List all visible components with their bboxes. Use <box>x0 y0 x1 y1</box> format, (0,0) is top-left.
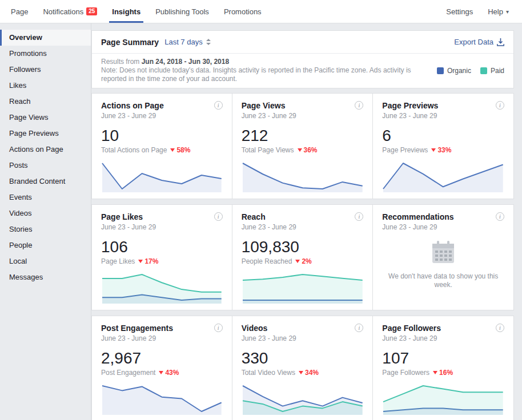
card-metric-label: Post Engagement <box>101 369 155 377</box>
sidebar-item-followers[interactable]: Followers <box>0 62 91 78</box>
nav-insights[interactable]: Insights <box>105 0 148 23</box>
sparkline-chart <box>242 383 364 415</box>
down-arrow-icon <box>298 148 302 152</box>
delta-badge: 58% <box>167 146 190 154</box>
calendar-icon <box>430 240 456 265</box>
card-page-likes[interactable]: Page Likes June 23 - June 29 106 Page Li… <box>91 204 232 310</box>
top-nav: Page Notifications 25 Insights Publishin… <box>0 0 522 23</box>
card-reach[interactable]: Reach June 23 - June 29 109,830 People R… <box>232 204 374 310</box>
card-value: 330 <box>242 350 364 367</box>
sparkline-chart <box>382 161 504 193</box>
date-range-label: Last 7 days <box>164 38 203 46</box>
info-icon[interactable] <box>214 324 223 332</box>
nav-promotions[interactable]: Promotions <box>216 0 269 23</box>
nav-help[interactable]: Help <box>480 0 516 23</box>
card-actions-on-page[interactable]: Actions on Page June 23 - June 29 10 Tot… <box>91 93 232 199</box>
page-summary-panel: Page Summary Last 7 days Export Data R <box>91 30 514 88</box>
delta-value: 17% <box>144 257 158 265</box>
date-range-selector[interactable]: Last 7 days <box>164 38 211 46</box>
down-arrow-icon <box>433 371 437 374</box>
down-arrow-icon <box>431 148 436 152</box>
nav-notifications-label: Notifications <box>43 7 83 16</box>
sidebar-item-branded-content[interactable]: Branded Content <box>0 173 91 189</box>
delta-value: 34% <box>305 369 319 377</box>
sparkline-chart <box>382 383 504 415</box>
delta-badge: 43% <box>155 369 179 377</box>
delta-value: 36% <box>304 146 318 154</box>
sidebar-item-events[interactable]: Events <box>0 189 91 205</box>
sidebar-item-posts[interactable]: Posts <box>0 158 91 173</box>
results-note-row: Results from Jun 24, 2018 - Jun 30, 2018… <box>92 54 513 88</box>
card-metric: Total Actions on Page 58% <box>101 146 223 154</box>
card-date-range: June 23 - June 29 <box>382 223 504 231</box>
delta-value: 43% <box>165 369 179 377</box>
card-metric-label: People Reached <box>242 257 292 265</box>
organic-swatch <box>437 67 444 74</box>
results-note: Results from Jun 24, 2018 - Jun 30, 2018… <box>101 58 414 83</box>
info-icon[interactable] <box>355 101 363 110</box>
card-recommendations[interactable]: Recommendations June 23 - June 29 <box>373 204 514 310</box>
caret-down-icon <box>506 9 509 15</box>
card-metric-label: Page Previews <box>382 146 428 154</box>
card-value: 107 <box>382 350 504 367</box>
results-prefix: Results from <box>101 58 142 66</box>
sidebar-item-page-previews[interactable]: Page Previews <box>0 126 91 142</box>
notification-badge: 25 <box>86 7 97 15</box>
sidebar-item-reach[interactable]: Reach <box>0 94 91 110</box>
down-arrow-icon <box>170 148 175 152</box>
sidebar-item-local[interactable]: Local <box>0 253 91 269</box>
export-data-button[interactable]: Export Data <box>454 38 504 46</box>
card-date-range: June 23 - June 29 <box>242 334 364 342</box>
results-line: Results from Jun 24, 2018 - Jun 30, 2018 <box>101 58 414 66</box>
page-summary-header: Page Summary Last 7 days Export Data <box>92 31 513 54</box>
chart-legend: Organic Paid <box>428 67 504 75</box>
nav-right-group: Settings Help <box>439 0 516 23</box>
delta-badge: 33% <box>428 146 451 154</box>
card-value: 6 <box>382 127 504 144</box>
sparkline-chart <box>101 161 223 193</box>
legend-paid-label: Paid <box>491 67 504 75</box>
down-arrow-icon <box>295 260 300 263</box>
card-title: Page Likes <box>101 212 143 221</box>
nav-settings-label: Settings <box>446 7 473 16</box>
card-page-previews[interactable]: Page Previews June 23 - June 29 6 Page P… <box>373 93 514 199</box>
sidebar-item-videos[interactable]: Videos <box>0 205 91 221</box>
sidebar-item-people[interactable]: People <box>0 237 91 253</box>
delta-badge: 2% <box>292 257 311 265</box>
info-icon[interactable] <box>355 324 363 332</box>
info-icon[interactable] <box>214 212 223 221</box>
sidebar-item-messages[interactable]: Messages <box>0 269 91 285</box>
sidebar-item-overview[interactable]: Overview <box>0 30 91 46</box>
sidebar-item-actions-on-page[interactable]: Actions on Page <box>0 142 91 158</box>
card-title: Page Previews <box>382 101 438 110</box>
card-page-followers[interactable]: Page Followers June 23 - June 29 107 Pag… <box>373 316 514 420</box>
card-value: 10 <box>101 127 223 144</box>
info-icon[interactable] <box>496 212 504 221</box>
info-icon[interactable] <box>214 101 223 110</box>
info-icon[interactable] <box>496 101 504 110</box>
results-date-range: Jun 24, 2018 - Jun 30, 2018 <box>142 58 229 66</box>
nav-page[interactable]: Page <box>3 0 35 23</box>
delta-value: 2% <box>302 257 311 265</box>
sidebar-item-promotions[interactable]: Promotions <box>0 46 91 62</box>
legend-paid: Paid <box>480 67 504 75</box>
sidebar-item-page-views[interactable]: Page Views <box>0 110 91 126</box>
card-metric: Post Engagement 43% <box>101 369 223 377</box>
card-videos[interactable]: Videos June 23 - June 29 330 Total Video… <box>232 316 374 420</box>
page-body: Overview Promotions Followers Likes Reac… <box>0 23 522 420</box>
card-post-engagements[interactable]: Post Engagements June 23 - June 29 2,967… <box>91 316 232 420</box>
card-value: 212 <box>242 127 364 144</box>
nav-settings[interactable]: Settings <box>439 0 480 23</box>
sparkline-chart <box>242 272 364 304</box>
delta-value: 58% <box>176 146 190 154</box>
down-arrow-icon <box>138 260 143 263</box>
sidebar-item-likes[interactable]: Likes <box>0 78 91 94</box>
nav-notifications[interactable]: Notifications 25 <box>35 0 105 23</box>
card-metric-label: Page Followers <box>382 369 429 377</box>
info-icon[interactable] <box>355 212 363 221</box>
info-icon[interactable] <box>496 324 504 332</box>
sidebar-item-stories[interactable]: Stories <box>0 221 91 237</box>
nav-publishing-tools[interactable]: Publishing Tools <box>148 0 216 23</box>
card-page-views[interactable]: Page Views June 23 - June 29 212 Total P… <box>232 93 374 199</box>
nav-publishing-tools-label: Publishing Tools <box>155 7 209 16</box>
